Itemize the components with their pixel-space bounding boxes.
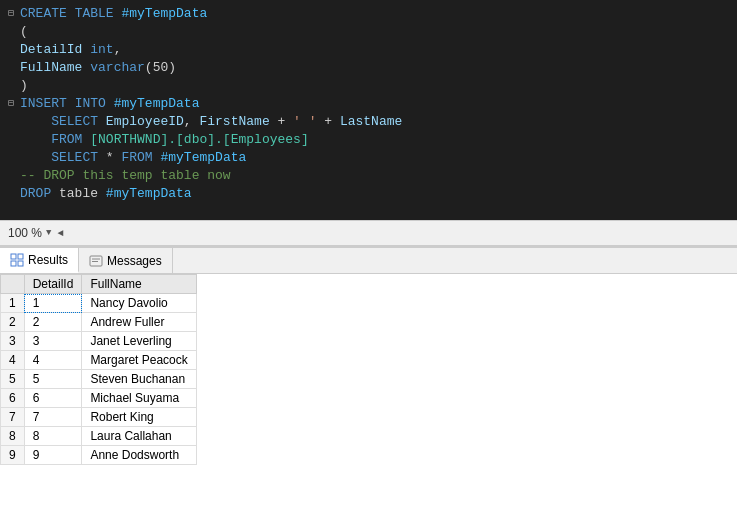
row-number: 9 xyxy=(1,446,25,465)
line-gutter: ⊟ xyxy=(0,7,20,19)
cell-fullname[interactable]: Margaret Peacock xyxy=(82,351,196,370)
line-gutter xyxy=(0,132,20,146)
code-text: DetailId int, xyxy=(20,42,121,57)
code-text: FROM [NORTHWND].[dbo].[Employees] xyxy=(20,132,309,147)
collapse-icon[interactable]: ⊟ xyxy=(8,97,14,109)
col-header-fullname: FullName xyxy=(82,275,196,294)
code-text: ) xyxy=(20,78,28,93)
table-row[interactable]: 77Robert King xyxy=(1,408,197,427)
cell-fullname[interactable]: Anne Dodsworth xyxy=(82,446,196,465)
row-number: 7 xyxy=(1,408,25,427)
code-line: ) xyxy=(0,76,737,94)
zoom-bar: 100 % ▼ ◄ xyxy=(0,220,737,246)
collapse-icon[interactable]: ⊟ xyxy=(8,7,14,19)
tab-messages-label: Messages xyxy=(107,254,162,268)
col-header-detailid: DetailId xyxy=(24,275,82,294)
results-grid-container[interactable]: DetailIdFullName11Nancy Davolio22Andrew … xyxy=(0,274,737,523)
row-number: 1 xyxy=(1,294,25,313)
code-line: -- DROP this temp table now xyxy=(0,166,737,184)
table-row[interactable]: 33Janet Leverling xyxy=(1,332,197,351)
line-gutter xyxy=(0,168,20,182)
table-row[interactable]: 99Anne Dodsworth xyxy=(1,446,197,465)
messages-tab-icon xyxy=(89,253,103,267)
code-line: DetailId int, xyxy=(0,40,737,58)
code-line: ⊟CREATE TABLE #myTempData xyxy=(0,4,737,22)
tab-results-label: Results xyxy=(28,253,68,267)
cell-detail-id[interactable]: 5 xyxy=(24,370,82,389)
line-gutter xyxy=(0,60,20,74)
table-row[interactable]: 66Michael Suyama xyxy=(1,389,197,408)
code-line: SELECT * FROM #myTempData xyxy=(0,148,737,166)
zoom-dropdown[interactable]: ▼ xyxy=(46,228,51,238)
code-line: ( xyxy=(0,22,737,40)
code-text: CREATE TABLE #myTempData xyxy=(20,6,207,21)
cell-fullname[interactable]: Janet Leverling xyxy=(82,332,196,351)
code-text: -- DROP this temp table now xyxy=(20,168,231,183)
table-row[interactable]: 88Laura Callahan xyxy=(1,427,197,446)
code-text: SELECT EmployeeID, FirstName + ' ' + Las… xyxy=(20,114,402,129)
code-text: ( xyxy=(20,24,28,39)
cell-detail-id[interactable]: 1 xyxy=(24,294,82,313)
row-number: 5 xyxy=(1,370,25,389)
tab-bar: Results Messages xyxy=(0,248,737,274)
code-line: FROM [NORTHWND].[dbo].[Employees] xyxy=(0,130,737,148)
row-num-header xyxy=(1,275,25,294)
line-gutter xyxy=(0,186,20,200)
cell-fullname[interactable]: Michael Suyama xyxy=(82,389,196,408)
cell-fullname[interactable]: Nancy Davolio xyxy=(82,294,196,313)
row-number: 4 xyxy=(1,351,25,370)
cell-fullname[interactable]: Laura Callahan xyxy=(82,427,196,446)
code-text: DROP table #myTempData xyxy=(20,186,192,201)
svg-rect-0 xyxy=(11,254,16,259)
table-row[interactable]: 22Andrew Fuller xyxy=(1,313,197,332)
cell-detail-id[interactable]: 3 xyxy=(24,332,82,351)
cell-fullname[interactable]: Steven Buchanan xyxy=(82,370,196,389)
row-number: 6 xyxy=(1,389,25,408)
results-panel: Results Messages DetailIdFullName11Nancy… xyxy=(0,246,737,523)
code-editor[interactable]: ⊟CREATE TABLE #myTempData ( DetailId int… xyxy=(0,0,737,220)
cell-fullname[interactable]: Andrew Fuller xyxy=(82,313,196,332)
row-number: 8 xyxy=(1,427,25,446)
table-row[interactable]: 11Nancy Davolio xyxy=(1,294,197,313)
line-gutter xyxy=(0,114,20,128)
tab-messages[interactable]: Messages xyxy=(79,248,173,273)
cell-detail-id[interactable]: 6 xyxy=(24,389,82,408)
line-gutter: ⊟ xyxy=(0,97,20,109)
code-text: FullName varchar(50) xyxy=(20,60,176,75)
code-text: SELECT * FROM #myTempData xyxy=(20,150,246,165)
row-number: 2 xyxy=(1,313,25,332)
scroll-right-icon[interactable]: ◄ xyxy=(57,228,63,239)
line-gutter xyxy=(0,150,20,164)
code-line: FullName varchar(50) xyxy=(0,58,737,76)
line-gutter xyxy=(0,78,20,92)
cell-detail-id[interactable]: 9 xyxy=(24,446,82,465)
zoom-level: 100 % xyxy=(8,226,42,240)
cell-detail-id[interactable]: 2 xyxy=(24,313,82,332)
svg-rect-3 xyxy=(18,261,23,266)
results-tab-icon xyxy=(10,252,24,266)
svg-rect-1 xyxy=(18,254,23,259)
cell-detail-id[interactable]: 7 xyxy=(24,408,82,427)
dropdown-arrow-icon[interactable]: ▼ xyxy=(46,228,51,238)
code-text: INSERT INTO #myTempData xyxy=(20,96,199,111)
table-row[interactable]: 55Steven Buchanan xyxy=(1,370,197,389)
results-table: DetailIdFullName11Nancy Davolio22Andrew … xyxy=(0,274,197,465)
line-gutter xyxy=(0,42,20,56)
cell-detail-id[interactable]: 4 xyxy=(24,351,82,370)
cell-detail-id[interactable]: 8 xyxy=(24,427,82,446)
table-row[interactable]: 44Margaret Peacock xyxy=(1,351,197,370)
svg-rect-2 xyxy=(11,261,16,266)
cell-fullname[interactable]: Robert King xyxy=(82,408,196,427)
code-line: SELECT EmployeeID, FirstName + ' ' + Las… xyxy=(0,112,737,130)
tab-results[interactable]: Results xyxy=(0,248,79,273)
row-number: 3 xyxy=(1,332,25,351)
code-line: DROP table #myTempData xyxy=(0,184,737,202)
code-line: ⊟INSERT INTO #myTempData xyxy=(0,94,737,112)
line-gutter xyxy=(0,24,20,38)
